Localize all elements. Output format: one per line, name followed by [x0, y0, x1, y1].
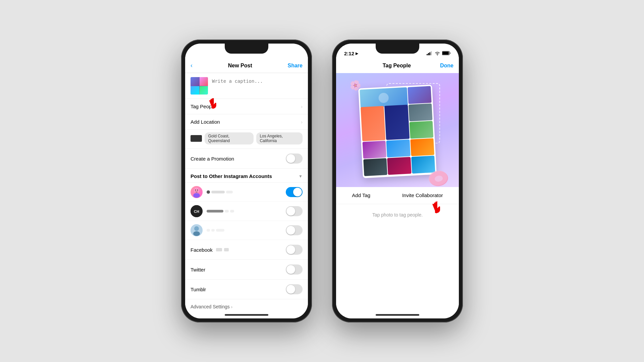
add-location-label: Add Location	[191, 119, 220, 125]
photo-cell-10	[363, 158, 387, 176]
photo-cell-3	[361, 106, 386, 141]
svg-point-8	[193, 231, 200, 236]
tag-people-nav: Back Tag People Done	[336, 58, 459, 73]
photo-cell-8	[386, 139, 411, 158]
create-promotion-label: Create a Promotion	[191, 156, 234, 162]
account-avatar-1	[191, 186, 203, 198]
back-button[interactable]: ‹	[191, 62, 193, 69]
twitter-row: Twitter	[185, 260, 308, 280]
location-chip-1[interactable]: Gold Coast, Queensland	[205, 132, 254, 144]
tag-actions: Add Tag Invite Collaborator	[336, 187, 459, 204]
svg-rect-15	[450, 52, 451, 54]
add-tag-button[interactable]: Add Tag	[352, 192, 370, 198]
photo-cell-11	[387, 157, 411, 175]
photo-cell-9	[410, 138, 434, 156]
tumblr-label: Tumblr	[191, 287, 206, 292]
svg-point-3	[193, 193, 200, 198]
caption-row	[185, 73, 308, 99]
phone-tag-people: 2:12 ▶	[332, 40, 463, 322]
svg-text:CH: CH	[194, 209, 199, 214]
tag-hint: Tap photo to tag people.	[336, 204, 459, 226]
account-avatar-2: CH	[191, 205, 203, 217]
post-to-other-title: Post to Other Instagram Accounts	[191, 173, 272, 179]
fb-badge-2	[224, 248, 229, 251]
svg-point-2	[197, 190, 198, 191]
wifi-icon	[435, 51, 440, 56]
new-post-screen: ‹ New Post Share	[185, 44, 308, 318]
signal-icon	[427, 51, 433, 56]
svg-point-7	[194, 226, 199, 231]
account-row-2: CH	[185, 202, 308, 221]
account-3-toggle[interactable]	[286, 225, 303, 235]
status-icons	[427, 51, 451, 56]
tag-people-label: Tag People	[191, 104, 216, 109]
add-location-row[interactable]: Add Location ›	[185, 114, 308, 130]
add-location-chevron: ›	[301, 119, 303, 125]
account-avatar-3	[191, 224, 203, 236]
account-row-3	[185, 221, 308, 240]
tag-nav-title: Tag People	[383, 63, 411, 69]
invite-collaborator-button[interactable]: Invite Collaborator	[402, 192, 443, 198]
collapse-icon: ▼	[299, 174, 303, 179]
facebook-badges	[216, 248, 229, 251]
advanced-settings-label: Advanced Settings	[191, 304, 230, 309]
tumblr-row: Tumblr	[185, 280, 308, 299]
create-promotion-toggle[interactable]	[286, 154, 303, 164]
account-2-toggle[interactable]	[286, 206, 303, 216]
svg-rect-9	[427, 54, 428, 55]
nav-title: New Post	[228, 63, 252, 69]
tag-people-row[interactable]: Tag People ›	[185, 99, 308, 114]
svg-rect-10	[428, 53, 429, 55]
photo-cell-5	[409, 104, 433, 122]
facebook-label: Facebook	[191, 247, 213, 253]
new-post-content: Tag People › Add Location	[185, 73, 308, 318]
tag-people-chevron: ›	[301, 104, 303, 109]
notch	[225, 44, 268, 54]
battery-icon	[442, 51, 451, 56]
account-row-1	[185, 183, 308, 202]
svg-rect-12	[431, 51, 432, 55]
photo-cell-7	[363, 141, 387, 159]
account-1-toggle[interactable]	[286, 187, 303, 197]
twitter-label: Twitter	[191, 267, 205, 273]
status-time: 2:12 ▶	[344, 51, 358, 56]
account-info-2	[207, 210, 282, 213]
svg-rect-11	[429, 52, 430, 55]
account-info-3	[207, 229, 282, 232]
invite-collaborator-container: Invite Collaborator	[402, 192, 443, 198]
pink-donut-decoration	[422, 164, 449, 184]
facebook-row: Facebook	[185, 240, 308, 260]
location-chip-2[interactable]: Los Angeles, California	[256, 132, 303, 144]
advanced-settings-row[interactable]: Advanced Settings ›	[185, 299, 308, 314]
twitter-toggle[interactable]	[286, 264, 303, 275]
facebook-left: Facebook	[191, 247, 229, 253]
fb-badge-1	[216, 248, 222, 251]
svg-point-18	[428, 169, 449, 187]
location-arrow-icon: ▶	[356, 52, 358, 55]
notch-2	[376, 44, 419, 54]
tag-people-screen: 2:12 ▶	[336, 44, 459, 318]
new-post-nav: ‹ New Post Share	[185, 58, 308, 73]
post-thumbnail	[191, 77, 208, 95]
svg-rect-14	[442, 52, 449, 55]
home-indicator-2	[376, 314, 419, 316]
photo-cell-6	[409, 121, 433, 139]
photo-cell-4	[384, 105, 410, 140]
caption-input[interactable]	[212, 77, 303, 95]
facebook-toggle[interactable]	[286, 245, 303, 255]
create-promotion-row: Create a Promotion	[185, 149, 308, 169]
account-info-1	[207, 190, 282, 194]
post-to-other-header[interactable]: Post to Other Instagram Accounts ▼	[185, 169, 308, 183]
tumblr-toggle[interactable]	[286, 284, 303, 294]
location-chips-row: Gold Coast, Queensland Los Angeles, Cali…	[185, 130, 308, 149]
photo-cell-2	[408, 86, 432, 104]
phone-new-post: ‹ New Post Share	[181, 40, 312, 322]
tag-photo-area[interactable]: 🌸	[336, 73, 459, 187]
svg-point-1	[195, 190, 196, 191]
home-indicator-1	[225, 314, 268, 316]
location-swatch	[191, 135, 202, 142]
share-button[interactable]: Share	[288, 63, 303, 69]
done-button[interactable]: Done	[440, 63, 453, 69]
advanced-chevron: ›	[231, 304, 232, 309]
